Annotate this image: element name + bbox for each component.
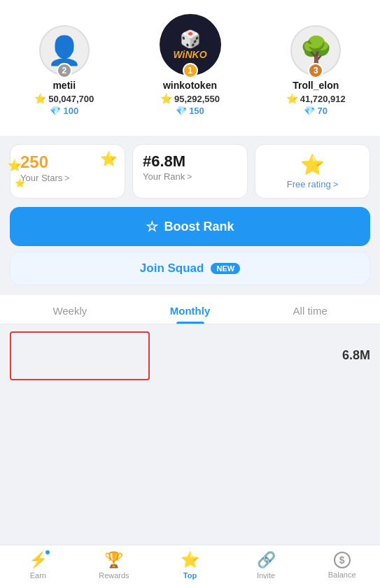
- new-badge: NEW: [211, 263, 240, 274]
- star-deco-left: ⭐: [8, 159, 22, 172]
- your-rank-value: #6.8M: [143, 153, 185, 170]
- third-rank-badge: 3: [308, 63, 323, 78]
- nav-invite[interactable]: 🔗 Invite: [245, 551, 287, 580]
- earn-notification-dot: [45, 550, 50, 555]
- second-username: metii: [52, 80, 76, 91]
- second-avatar-wrapper: 👤 2: [39, 25, 90, 76]
- earn-icon: ⚡: [29, 551, 48, 569]
- first-stars: ⭐ 95,292,550: [160, 93, 220, 104]
- your-stars-value: 250: [20, 153, 48, 171]
- stats-row: ⭐ ⭐ ⭐ 250 Your Stars > #6.8M Your Rank >…: [10, 144, 370, 199]
- balance-label: Balance: [328, 571, 356, 579]
- first-rank-badge: 1: [183, 63, 198, 78]
- leaderboard-area: 6.8M: [0, 324, 380, 394]
- diamond-icon-first: 💎: [176, 106, 187, 116]
- join-squad-wrap: Join Squad NEW: [10, 252, 370, 285]
- rewards-label: Rewards: [99, 571, 129, 580]
- diamond-icon-third: 💎: [304, 106, 315, 116]
- your-stars-label: Your Stars >: [20, 173, 69, 183]
- first-avatar-wrapper: 🎲 WiNKO 1: [160, 14, 221, 76]
- free-rating-chevron: >: [333, 179, 339, 189]
- star-icon-third: ⭐: [286, 93, 298, 104]
- your-rank-chevron: >: [187, 172, 192, 182]
- third-stars: ⭐ 41,720,912: [286, 93, 346, 104]
- free-rating-star-icon: ⭐: [300, 153, 325, 176]
- selection-highlight-box: [10, 331, 150, 380]
- first-diamonds: 💎 150: [176, 106, 204, 116]
- tab-monthly[interactable]: Monthly: [130, 295, 251, 324]
- third-avatar-wrapper: 🌳 3: [290, 25, 341, 76]
- join-squad-button[interactable]: Join Squad NEW: [10, 252, 370, 285]
- third-diamonds: 💎 70: [304, 106, 327, 116]
- free-rating-card[interactable]: ⭐ Free rating >: [255, 144, 370, 199]
- podium-third[interactable]: 🌳 3 Troll_elon ⭐ 41,720,912 💎 70: [258, 25, 373, 116]
- top-section: 👤 2 metii ⭐ 50,047,700 💎 100 🎲: [0, 0, 380, 136]
- your-rank-card[interactable]: #6.8M Your Rank >: [132, 144, 248, 199]
- first-username: winkotoken: [163, 80, 217, 91]
- tab-alltime[interactable]: All time: [250, 295, 370, 324]
- boost-btn-wrap: ☆ Boost Rank: [10, 207, 370, 246]
- nav-top[interactable]: ⭐ Top: [169, 551, 211, 580]
- boost-star-icon: ☆: [146, 218, 158, 235]
- top-label: Top: [183, 571, 197, 580]
- invite-label: Invite: [257, 571, 275, 580]
- podium-second[interactable]: 👤 2 metii ⭐ 50,047,700 💎 100: [7, 25, 122, 116]
- star-deco-large: ⭐: [100, 150, 118, 167]
- diamond-icon-second: 💎: [50, 106, 61, 116]
- tabs-container: Weekly Monthly All time: [0, 295, 380, 324]
- rewards-icon: 🏆: [104, 551, 123, 569]
- top-icon: ⭐: [181, 551, 199, 569]
- your-stars-card[interactable]: ⭐ ⭐ ⭐ 250 Your Stars >: [10, 144, 125, 199]
- bottom-nav: ⚡ Earn 🏆 Rewards ⭐ Top 🔗 Invite $ Balanc…: [0, 545, 380, 588]
- second-rank-badge: 2: [57, 63, 72, 78]
- earn-label: Earn: [30, 571, 46, 580]
- nav-balance[interactable]: $ Balance: [321, 552, 363, 579]
- boost-rank-button[interactable]: ☆ Boost Rank: [10, 207, 370, 246]
- star-icon-second: ⭐: [34, 93, 46, 104]
- second-diamonds: 💎 100: [50, 106, 78, 116]
- star-deco-small: ⭐: [15, 178, 25, 188]
- tab-weekly[interactable]: Weekly: [10, 295, 130, 324]
- invite-icon: 🔗: [257, 551, 276, 569]
- your-stars-chevron: >: [64, 173, 69, 183]
- podium-first[interactable]: 🎲 WiNKO 1 winkotoken ⭐ 95,292,550 💎 150: [127, 14, 253, 116]
- third-username: Troll_elon: [293, 80, 339, 91]
- star-icon-first: ⭐: [160, 93, 172, 104]
- second-stars: ⭐ 50,047,700: [34, 93, 94, 104]
- nav-earn[interactable]: ⚡ Earn: [17, 551, 59, 580]
- podium-row: 👤 2 metii ⭐ 50,047,700 💎 100 🎲: [7, 14, 373, 116]
- nav-rewards[interactable]: 🏆 Rewards: [93, 551, 135, 580]
- your-rank-label: Your Rank >: [143, 171, 192, 182]
- free-rating-label: Free rating >: [287, 179, 338, 189]
- leaderboard-rank-display: 6.8M: [342, 331, 370, 363]
- balance-icon: $: [334, 552, 351, 568]
